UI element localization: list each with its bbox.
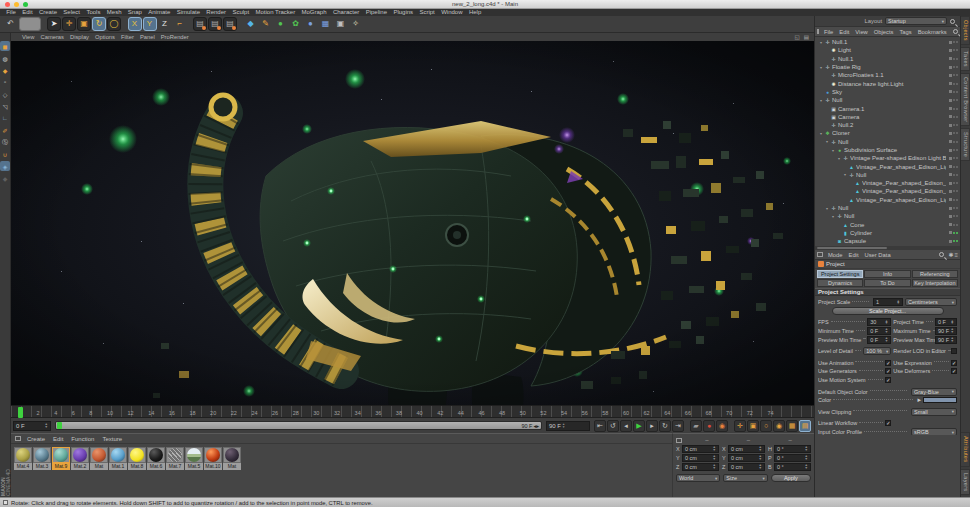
visibility-toggles[interactable] xyxy=(946,57,960,60)
tree-item-cloner-11[interactable]: ▾❖Cloner xyxy=(815,129,960,137)
panel-tab-objects[interactable]: Objects xyxy=(961,16,970,45)
color-swatch[interactable] xyxy=(923,397,957,403)
timeline-playhead[interactable] xyxy=(18,407,23,418)
viewport-menu-panel[interactable]: Panel xyxy=(137,34,158,40)
viewport-menu-options[interactable]: Options xyxy=(92,34,118,40)
value-field[interactable]: 0 F▲▼ xyxy=(867,327,891,335)
menu-tools[interactable]: Tools xyxy=(83,9,103,16)
menu-mesh[interactable]: Mesh xyxy=(104,9,125,16)
coord-stepper-icon[interactable]: ▲▼ xyxy=(713,446,716,451)
coord-value-field[interactable]: 0 °▲▼ xyxy=(774,463,811,471)
menu-create[interactable]: Create xyxy=(36,9,60,16)
expand-color-icon[interactable]: ▸ xyxy=(917,396,921,404)
frame-stepper-icon[interactable]: ▲▼ xyxy=(45,423,48,428)
texture-mode-icon[interactable]: ◍ xyxy=(0,53,10,63)
viewport-menu-prorender[interactable]: ProRender xyxy=(158,34,192,40)
coordinates-mode-dropdown-0[interactable]: – xyxy=(686,437,728,443)
am-menu-user-data[interactable]: User Data xyxy=(862,252,894,258)
visibility-toggles[interactable] xyxy=(946,149,960,152)
tab-project-settings[interactable]: Project Settings xyxy=(817,270,863,278)
tab-key-interpolation[interactable]: Key Interpolation xyxy=(912,279,958,287)
tool-history-slot-icon[interactable] xyxy=(19,17,41,31)
coord-value-field[interactable]: 0 °▲▼ xyxy=(774,445,811,453)
material-mat-11[interactable]: Mat xyxy=(223,447,241,470)
visibility-toggles[interactable] xyxy=(946,99,960,102)
coord-stepper-icon[interactable]: ▲▼ xyxy=(759,464,762,469)
panel-tab-attributes[interactable]: Attributes xyxy=(961,432,970,466)
menu-sculpt[interactable]: Sculpt xyxy=(229,9,252,16)
record-scale-button[interactable]: ▣ xyxy=(747,420,759,432)
viewport-menu-display[interactable]: Display xyxy=(67,34,92,40)
rotate-tool-icon[interactable]: ↻ xyxy=(92,17,106,31)
tree-item-null-20[interactable]: ▾✛Null xyxy=(815,204,960,212)
edges-mode-icon[interactable]: ◇ xyxy=(0,89,10,99)
coord-value-field[interactable]: 0 cm▲▼ xyxy=(728,454,765,462)
visibility-toggles[interactable] xyxy=(946,165,960,168)
value-field[interactable]: 1▲▼ xyxy=(873,298,903,306)
material-mat-7-8[interactable]: Mat.7 xyxy=(166,447,184,470)
play-forwards-button[interactable]: ▶ xyxy=(633,420,645,432)
light-menu-icon[interactable]: ✧ xyxy=(349,17,363,31)
tree-item-camera-9[interactable]: ▣Camera xyxy=(815,113,960,121)
tree-item-camera-1-8[interactable]: ▣Camera.1 xyxy=(815,104,960,112)
checkbox-checked[interactable]: ✓ xyxy=(885,360,891,366)
checkbox-checked[interactable]: ✓ xyxy=(885,377,891,383)
coord-stepper-icon[interactable]: ▲▼ xyxy=(713,455,716,460)
viewport-menu-filter[interactable]: Filter xyxy=(118,34,137,40)
dropdown-srgb[interactable]: sRGB▾ xyxy=(911,428,957,435)
menu-motion-tracker[interactable]: Motion Tracker xyxy=(252,9,298,16)
coordinates-mode-dropdown-1[interactable]: – xyxy=(728,437,770,443)
status-checkbox[interactable] xyxy=(3,500,8,505)
points-mode-icon[interactable]: ▫ xyxy=(0,77,10,87)
visibility-toggles[interactable] xyxy=(946,82,960,85)
fields-icon[interactable]: ▦ xyxy=(319,17,333,31)
viewport-maximize-icon[interactable]: ◱ xyxy=(793,34,802,40)
visibility-toggles[interactable] xyxy=(946,140,960,143)
am-menu-edit[interactable]: Edit xyxy=(846,252,862,258)
tree-item-vintage-pear-shaped-edison-light-bulb-glass-bulb-19[interactable]: ▲Vintage_Pear_shaped_Edison_Light_Bulb_g… xyxy=(815,196,960,204)
am-list-icon[interactable]: ≡ xyxy=(954,252,958,258)
tab-referencing[interactable]: Referencing xyxy=(912,270,958,278)
dropdown-gray-blue[interactable]: Gray-Blue▾ xyxy=(911,388,957,396)
om-menu-edit[interactable]: Edit xyxy=(836,29,852,35)
viewport-menu-cameras[interactable]: Cameras xyxy=(37,34,67,40)
previous-frame-button[interactable]: ◂ xyxy=(620,420,632,432)
menu-render[interactable]: Render xyxy=(203,9,229,16)
render-view-icon[interactable]: ▤ xyxy=(193,17,207,31)
visibility-toggles[interactable] xyxy=(946,231,960,234)
tab-dynamics[interactable]: Dynamics xyxy=(817,279,863,287)
om-menu-file[interactable]: File xyxy=(821,29,836,35)
generators-icon[interactable]: ● xyxy=(274,17,288,31)
menu-pipeline[interactable]: Pipeline xyxy=(362,9,390,16)
tree-item-vintage-pear-shaped-edison-light-bulb-wires-17[interactable]: ▲Vintage_Pear_shaped_Edison_Light_Bulb_w… xyxy=(815,179,960,187)
material-mat-9-2[interactable]: Mat.9 xyxy=(52,447,70,470)
tree-item-null-12[interactable]: ▾✛Null xyxy=(815,138,960,146)
am-settings-icon[interactable]: ✱ xyxy=(948,251,953,258)
value-field[interactable]: 90 F▲▼ xyxy=(935,336,957,344)
coord-stepper-icon[interactable]: ▲▼ xyxy=(713,464,716,469)
menu-edit[interactable]: Edit xyxy=(19,9,36,16)
workplane-mode-icon[interactable]: ∟ xyxy=(0,113,10,123)
visibility-toggles[interactable] xyxy=(946,157,960,160)
tree-item-capsule-24[interactable]: ◙Capsule xyxy=(815,237,960,245)
scale-tool-icon[interactable]: ▣ xyxy=(77,17,91,31)
coord-value-field[interactable]: 0 cm▲▼ xyxy=(682,463,719,471)
tree-item-null-16[interactable]: ▾✛Null xyxy=(815,171,960,179)
tree-item-cone-22[interactable]: ▲Cone xyxy=(815,221,960,229)
menu-mograph[interactable]: MoGraph xyxy=(298,9,329,16)
next-frame-button[interactable]: ▸ xyxy=(646,420,658,432)
visibility-toggles[interactable] xyxy=(946,74,960,77)
dropdown-centimeters[interactable]: Centimeters▾ xyxy=(905,298,957,306)
value-field[interactable]: 90 F▲▼ xyxy=(935,327,957,335)
visibility-toggles[interactable] xyxy=(946,190,960,193)
mograph-icon[interactable]: ✿ xyxy=(289,17,303,31)
material-mat-3-1[interactable]: Mat.3 xyxy=(33,447,51,470)
menu-animate[interactable]: Animate xyxy=(145,9,173,16)
material-mat-4[interactable]: Mat xyxy=(90,447,108,470)
visibility-toggles[interactable] xyxy=(946,124,960,127)
visibility-toggles[interactable] xyxy=(946,207,960,210)
model-mode-icon[interactable]: ◼ xyxy=(0,41,10,51)
record-pla-button[interactable]: ▦ xyxy=(786,420,798,432)
menu-select[interactable]: Select xyxy=(60,9,83,16)
dropdown-100[interactable]: 100 %▾ xyxy=(863,347,891,355)
